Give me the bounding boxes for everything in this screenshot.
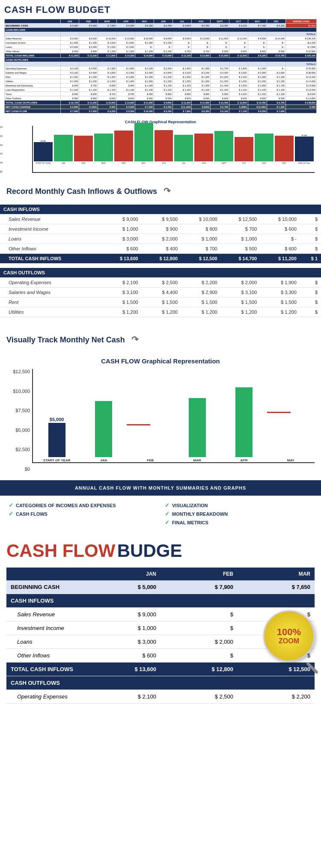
pt-utilities-row: Utilities $ 1,200 $ 1,200 $ 1,200 $ 1,20… [0, 307, 321, 317]
dark-banner: ANNUAL CASH FLOW WITH MONTHLY SUMMARIES … [0, 480, 321, 496]
check-icon-1: ✓ [9, 502, 13, 508]
banner-text: ANNUAL CASH FLOW WITH MONTHLY SUMMARIES … [75, 485, 246, 490]
lc-dash-may [267, 412, 291, 413]
col-sept: SEPT [211, 19, 229, 24]
lc-bar-green-jan [95, 401, 112, 457]
lp-col-feb: FEB [160, 568, 238, 580]
bar-dec: DEC [275, 136, 294, 164]
feature-4: ✓ FINAL METRICS [165, 519, 312, 526]
partial-table-section: CASH INFLOWS Sales Revenue $ 9,000 $ 9,5… [0, 205, 321, 326]
lc-bar-start: $5,000 START OF YEAR [35, 417, 78, 462]
other-inflows-row: Other Inflows $ 600$ 800 $ 1,200$ 1,200 … [5, 49, 317, 54]
utilities-row: Utilities $ 1,200$ 1,200 $ 1,200$ 1,200 … [5, 79, 317, 83]
beginning-may: $ 9,300 [135, 24, 154, 28]
feature-2: ✓ MONTHLY BREAKDOWN [165, 511, 312, 517]
bar-aug: AUG [194, 134, 213, 164]
zoom-percent: 100% [277, 627, 301, 637]
beginning-oct: $ 9,100 [229, 24, 248, 28]
bar-jul: JUL [174, 135, 193, 164]
lc-bar-may-empty [282, 392, 299, 457]
pt-other-inflows-row: Other Inflows $ 600 $ 400 $ 700 $ 500 $ … [0, 244, 321, 254]
net-cash-change-row: NET CASH CHANGE $ 2,900$ (300) $ 800$ 5,… [5, 105, 317, 109]
col-aug: AUG [192, 19, 211, 24]
lc-bar-jan: JAN [82, 400, 125, 462]
chart-bars-1: $5,000 START OF YEAR JAN FEB [33, 126, 315, 164]
feature-5: ✓ CASH FLOWS [9, 511, 156, 517]
lp-beginning-label: BEGINNING CASH [6, 580, 83, 594]
beginning-jun: $ 6,400 [154, 24, 173, 28]
lp-col-mar: MAR [238, 568, 315, 580]
col-jul: JUL [172, 19, 192, 24]
lc-bar-feb: FEB [129, 402, 172, 462]
beginning-dec: $ 8,250 [267, 24, 286, 28]
bar-oct: OCT [235, 137, 253, 164]
arrow-icon-2: ↷ [131, 334, 139, 345]
beginning-cash-label: BEGINNING CASH [5, 24, 61, 28]
beginning-aug: $ 9,350 [192, 24, 211, 28]
chart-wrapper-1: $11,500 $10,000 $7,500 $5,000 $2,500 $0 … [4, 126, 317, 173]
large-chart-container: $5,000 START OF YEAR JAN FEB [32, 369, 315, 463]
lp-col-jan: JAN [83, 568, 160, 580]
rent-row: Rent $ 1,200$ 1,200 $ 1,200$ 1,200 $ 1,2… [5, 75, 317, 79]
zoom-badge: 100% ZOOM [263, 610, 315, 662]
total-inflows-row: TOTAL CASH INFLOWS $ 11,600$ 13,200 $ 11… [5, 54, 317, 58]
beginning-sept: $ 8,350 [211, 24, 229, 28]
large-chart-title: CASH FLOW Graphical Representation [6, 357, 315, 365]
beginning-apr: $ 8,250 [116, 24, 135, 28]
section3-title: Visually Track Monthly Net Cash ↷ [6, 334, 315, 345]
col-jan: JAN [60, 19, 79, 24]
section2-title: Record Monthly Cash Inflows & Outflows ↷ [6, 186, 315, 196]
pt-salaries-row: Salaries and Wages $ 3,100 $ 4,400 $ 2,9… [0, 288, 321, 297]
pt-investment-row: Investment Income $ 1,000 $ 900 $ 800 $ … [0, 224, 321, 234]
check-icon-3: ✓ [165, 502, 169, 508]
col-nov: NOV [248, 19, 267, 24]
marketing-row: Marketing and Advertising $ 600$ 700 $ 8… [5, 83, 317, 88]
bar-jun: JUN [155, 130, 173, 164]
zoom-circle: 100% ZOOM [263, 610, 315, 662]
chart-y-axis-1: $11,500 $10,000 $7,500 $5,000 $2,500 $0 [0, 126, 3, 173]
lp-beginning-row: BEGINNING CASH $ 5,000 $ 7,900 $ 7,650 [6, 580, 315, 594]
lc-bar-apr: APR [222, 386, 265, 462]
large-chart-wrapper: $12,500 $10,000 $7,500 $5,000 $2,500 $0 … [32, 369, 315, 472]
bar-may: MAY [134, 123, 153, 164]
lc-bar-green-apr [235, 387, 253, 457]
beginning-ending: $1,600 [285, 24, 316, 28]
outflows-totals-label-row: TOTALS [5, 62, 317, 66]
pt-inflows-header: CASH INFLOWS [0, 205, 321, 214]
check-icon-5: ✓ [9, 511, 13, 517]
outflows-header-label: CASH OUTFLOWS [5, 58, 317, 62]
other-outflows-row: Other Outflows $ 800$ 800 $ 600$ 600 $ 6… [5, 96, 317, 101]
beginning-jul: $ 9,000 [172, 24, 192, 28]
pt-outflows-header: CASH OUTFLOWS [0, 268, 321, 278]
lp-inflows-header: CASH INFLOWS [6, 594, 315, 608]
lp-outflows-header: CASH OUTFLOWS [6, 676, 315, 690]
chart-title-1: CASH FLOW Graphical Representation [4, 120, 317, 124]
bar-apr: APR [114, 131, 133, 164]
col-ending: ENDING CASH [285, 19, 316, 24]
beginning-feb: $ 5,000 [79, 24, 98, 28]
lp-total-inflows-row: TOTAL CASH INFLOWS $ 13,600 $ 12,800 $ 1… [6, 663, 315, 676]
taxes-row: Taxes $ 600$ 650 $ 700$ 750 $ 800$ 860 $… [5, 92, 317, 96]
chart-section-1: CASH FLOW Graphical Representation $11,5… [0, 118, 321, 177]
pt-opex-row: Operating Expenses $ 2,100 $ 2,500 $ 2,2… [0, 278, 321, 288]
loans-row: Loans $ 3,000$ 2,000 $ 1,000$ 1,000 $ -$… [5, 45, 317, 49]
lp-table-wrapper: JAN FEB MAR BEGINNING CASH $ 5,000 $ 7,9… [6, 568, 315, 704]
loan-repayments-row: Loan Repayments $ 1,100$ 1,100 $ 1,100$ … [5, 88, 317, 92]
bar-end: $7,400 END OF Year [295, 134, 314, 164]
spreadsheet-table: JAN FEB MAR APR MAY JUN JUL AUG SEPT OCT… [4, 19, 317, 113]
investment-income-row: Investment Income $ 1,000$ 1,200 $ 1,500… [5, 41, 317, 45]
chart-bars-container-1: $5,000 START OF YEAR JAN FEB [32, 126, 315, 173]
feature-label-4: FINAL METRICS [172, 520, 208, 525]
main-title: CASH FLOW BUDGET [4, 4, 317, 15]
feature-label-1: CATEGORIES OF INCOMES AND EXPENSES [16, 503, 116, 508]
title-red: CASH FLOW [4, 4, 65, 15]
pt-sales-row: Sales Revenue $ 9,000 $ 9,500 $ 10,000 $… [0, 214, 321, 224]
zoom-text: ZOOM [279, 637, 299, 645]
col-oct: OCT [229, 19, 248, 24]
lc-dash-feb [127, 424, 150, 425]
col-dec: DEC [267, 19, 286, 24]
section2-desc: Record Monthly Cash Inflows & Outflows ↷ [0, 177, 321, 205]
partial-table: CASH INFLOWS Sales Revenue $ 9,000 $ 9,5… [0, 205, 321, 317]
col-mar: MAR [98, 19, 117, 24]
lp-beginning-mar: $ 7,650 [238, 580, 315, 594]
